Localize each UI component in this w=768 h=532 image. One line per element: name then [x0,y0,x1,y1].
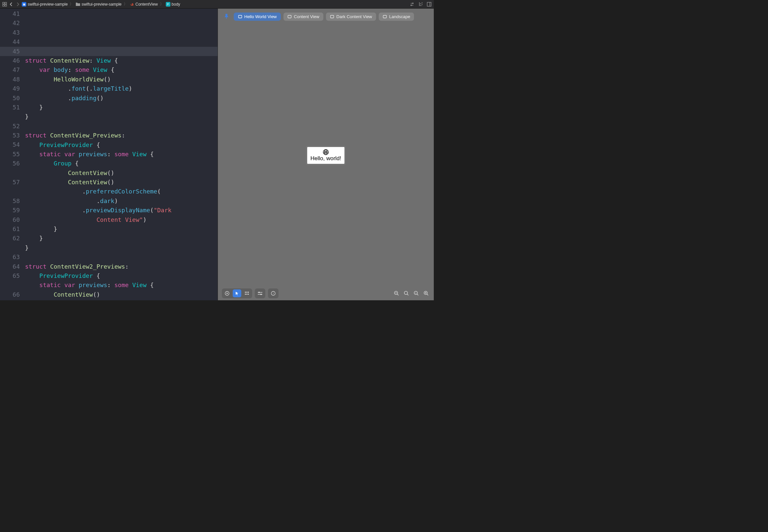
svg-line-32 [417,294,418,295]
preview-panel: Hello World ViewContent ViewDark Content… [218,9,434,300]
svg-line-30 [407,294,408,295]
svg-rect-0 [3,2,4,4]
adjust-editor-icon[interactable] [427,2,432,7]
device-settings-button[interactable] [255,288,265,298]
svg-text:1: 1 [415,292,417,294]
breadcrumb-label: swiftui-preview-sample [81,2,121,7]
preview-content-card[interactable]: Hello, world! [307,147,345,164]
zoom-fit-button[interactable] [403,290,410,297]
svg-rect-4 [427,2,431,6]
zoom-in-button[interactable] [423,290,430,297]
preview-tab-label: Content View [294,14,319,19]
selectable-preview-button[interactable] [233,289,241,297]
preview-tab[interactable]: Dark Content View [326,13,376,21]
preview-mode-group [222,288,252,298]
svg-line-35 [427,294,428,295]
svg-rect-9 [383,15,387,18]
variants-button[interactable] [243,289,251,297]
related-items-icon[interactable] [2,2,7,7]
zoom-out-button[interactable] [393,290,400,297]
svg-rect-7 [288,15,291,18]
nav-forward-icon[interactable] [15,2,20,7]
breadcrumb-label: swiftui-preview-sample [28,2,68,7]
preview-tab-label: Dark Content View [337,14,372,19]
preview-tab-label: Landscape [389,14,410,19]
zoom-actual-button[interactable]: 1 [413,290,420,297]
line-gutter: 4142434445464748495051525354555657585960… [0,9,23,300]
breadcrumb-label: ContentView [135,2,158,7]
breadcrumb-item[interactable]: ContentView [130,2,158,7]
svg-rect-18 [247,294,248,295]
property-icon: P [166,2,170,7]
breadcrumb-toolbar: ▣ swiftui-preview-sample 〉 swiftui-previ… [0,0,434,9]
svg-rect-17 [245,294,246,295]
breadcrumb-label: body [172,2,180,7]
breadcrumb-item[interactable]: swiftui-preview-sample [75,2,121,7]
svg-line-27 [397,294,399,295]
code-editor[interactable]: 4142434445464748495051525354555657585960… [0,9,218,300]
preview-on-device-button[interactable]: i [268,288,279,298]
svg-rect-6 [238,15,242,18]
chevron-right-icon: 〉 [160,1,164,7]
preview-tab[interactable]: Hello World View [234,13,281,21]
preview-tab-icon [238,14,242,19]
sync-icon[interactable] [409,2,415,7]
svg-rect-8 [331,15,334,18]
svg-rect-15 [247,292,248,293]
folder-icon [75,2,80,7]
svg-rect-3 [5,5,7,6]
nav-back-icon[interactable] [9,2,14,7]
chevron-right-icon: 〉 [70,1,74,7]
pin-button[interactable] [222,12,231,21]
project-icon: ▣ [22,2,26,7]
minimap-icon[interactable] [418,2,423,7]
preview-canvas[interactable]: Hello, world! [218,24,434,286]
preview-tab-icon [383,14,387,19]
swift-file-icon [130,2,134,7]
breadcrumb-item[interactable]: ▣ swiftui-preview-sample [22,2,68,7]
preview-tab[interactable]: Content View [283,13,323,21]
preview-bottom-toolbar: i 1 [218,286,434,300]
preview-tab-label: Hello World View [244,14,277,19]
preview-tab-icon [287,14,292,19]
globe-icon [310,149,341,155]
breadcrumb-item[interactable]: P body [166,2,180,7]
svg-rect-1 [5,2,7,4]
svg-rect-2 [3,5,4,6]
svg-text:i: i [273,292,274,295]
svg-rect-19 [248,294,249,295]
preview-tab-icon [330,14,335,19]
preview-tabs: Hello World ViewContent ViewDark Content… [218,9,434,24]
svg-rect-16 [248,292,249,293]
live-preview-button[interactable] [223,289,231,297]
code-area[interactable]: struct ContentView: View { var body: som… [23,9,218,300]
zoom-controls: 1 [393,290,430,297]
svg-rect-14 [245,292,246,293]
preview-text: Hello, world! [310,155,341,162]
chevron-right-icon: 〉 [124,1,128,7]
preview-tab[interactable]: Landscape [379,13,414,21]
